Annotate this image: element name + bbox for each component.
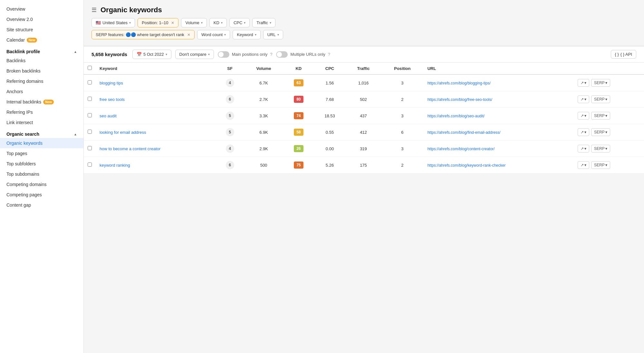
sidebar-section-backlink-profile[interactable]: Backlink profile▲ (0, 45, 83, 55)
trend-button[interactable]: ↗ ▾ (578, 95, 589, 103)
select-all-checkbox[interactable] (88, 66, 92, 70)
chevron-down-icon: ▾ (221, 21, 223, 25)
sf-badge: 5 (226, 128, 234, 136)
sidebar-item-top-subdomains[interactable]: Top subdomains (0, 169, 83, 179)
sidebar-item-broken-backlinks[interactable]: Broken backlinks (0, 66, 83, 76)
url-link[interactable]: https://ahrefs.com/blog/blogging-tips/ (428, 81, 491, 85)
api-button[interactable]: { } { } API (611, 50, 636, 59)
filter-label: SERP features: 🔵🔵 where target doesn't r… (96, 32, 184, 37)
sidebar-item-label: Link intersect (6, 120, 33, 125)
trend-button[interactable]: ↗ ▾ (578, 128, 589, 136)
filter-btn-1[interactable]: Word count▾ (197, 30, 230, 39)
sidebar-item-content-gap[interactable]: Content gap (0, 200, 83, 210)
main-positions-help-icon[interactable]: ? (270, 52, 272, 57)
trend-button[interactable]: ↗ ▾ (578, 112, 589, 120)
sidebar-item-overview[interactable]: Overview (0, 4, 83, 14)
sidebar-item-anchors[interactable]: Anchors (0, 86, 83, 97)
filter-btn-3[interactable]: KD▾ (209, 18, 227, 27)
sidebar-section-title: Backlink profile (6, 49, 40, 54)
date-picker-button[interactable]: 📅 5 Oct 2022 ▾ (132, 50, 171, 59)
filter-btn-0[interactable]: 🇺🇸United States▾ (91, 18, 135, 27)
col-position: Position (381, 63, 424, 74)
traffic-cell: 502 (346, 91, 381, 108)
chevron-down-icon: ▾ (277, 33, 279, 36)
row-actions: ↗ ▾SERP ▾ (578, 112, 640, 120)
close-icon[interactable]: ✕ (187, 33, 190, 37)
traffic-cell: 437 (346, 108, 381, 124)
filter-btn-0[interactable]: SERP features: 🔵🔵 where target doesn't r… (91, 30, 195, 39)
serp-button[interactable]: SERP ▾ (591, 145, 610, 152)
traffic-cell: 319 (346, 141, 381, 157)
keyword-link[interactable]: blogging tips (100, 81, 123, 85)
filter-btn-5[interactable]: Traffic▾ (252, 18, 275, 27)
sidebar-item-organic-keywords[interactable]: Organic keywords (0, 138, 83, 148)
serp-button[interactable]: SERP ▾ (591, 128, 610, 136)
volume-cell: 2.7K (244, 91, 283, 108)
keyword-link[interactable]: seo audit (100, 113, 117, 118)
table-row: keyword ranking6500755.261752https://ahr… (84, 157, 644, 173)
serp-button[interactable]: SERP ▾ (591, 112, 610, 120)
row-checkbox[interactable] (88, 146, 92, 150)
serp-button[interactable]: SERP ▾ (591, 161, 610, 169)
row-actions: ↗ ▾SERP ▾ (578, 79, 640, 87)
col-volume: Volume (244, 63, 283, 74)
url-link[interactable]: https://ahrefs.com/blog/find-email-addre… (428, 130, 501, 135)
filter-btn-4[interactable]: CPC▾ (229, 18, 250, 27)
filter-btn-2[interactable]: Volume▾ (181, 18, 207, 27)
sidebar-item-competing-pages[interactable]: Competing pages (0, 190, 83, 200)
filter-label: Volume (185, 20, 199, 25)
keyword-link[interactable]: keyword ranking (100, 163, 130, 168)
filter-btn-1[interactable]: Position: 1–10 ✕ (138, 18, 178, 27)
keyword-link[interactable]: free seo tools (100, 97, 125, 102)
kd-badge: 74 (294, 112, 303, 119)
hamburger-icon[interactable]: ☰ (91, 6, 97, 14)
sidebar-item-backlinks[interactable]: Backlinks (0, 55, 83, 66)
sidebar-section-organic-search[interactable]: Organic search▲ (0, 128, 83, 138)
multiple-urls-help-icon[interactable]: ? (328, 52, 330, 57)
sidebar-item-referring-domains[interactable]: Referring domains (0, 76, 83, 86)
sidebar-item-site-structure[interactable]: Site structure (0, 25, 83, 35)
sidebar-item-top-subfolders[interactable]: Top subfolders (0, 159, 83, 169)
kd-badge: 58 (294, 129, 303, 136)
filter-label: United States (102, 20, 128, 25)
close-icon[interactable]: ✕ (171, 21, 174, 25)
sidebar-item-calendar[interactable]: CalendarNew (0, 35, 83, 45)
sidebar-item-internal-backlinks[interactable]: Internal backlinksNew (0, 97, 83, 107)
serp-button[interactable]: SERP ▾ (591, 95, 610, 103)
trend-button[interactable]: ↗ ▾ (578, 145, 589, 152)
sidebar-item-competing-domains[interactable]: Competing domains (0, 179, 83, 190)
trend-button[interactable]: ↗ ▾ (578, 79, 589, 87)
cpc-cell: 7.68 (314, 91, 346, 108)
keyword-link[interactable]: how to become a content creator (100, 146, 160, 151)
main-positions-toggle-group: Main positions only ? (218, 51, 273, 58)
chevron-down-icon: ▾ (584, 97, 586, 102)
filter-btn-3[interactable]: URL▾ (263, 30, 283, 39)
url-link[interactable]: https://ahrefs.com/blog/seo-audit/ (428, 114, 485, 118)
traffic-cell: 412 (346, 124, 381, 141)
sidebar-item-overview-2.0[interactable]: Overview 2.0 (0, 14, 83, 25)
chevron-down-icon: ▾ (605, 81, 607, 85)
sf-badge: 4 (226, 79, 234, 87)
row-checkbox[interactable] (88, 113, 92, 117)
keywords-table-container: Keyword SF Volume KD CPC Traffic Positio… (84, 63, 644, 173)
url-link[interactable]: https://ahrefs.com/blog/free-seo-tools/ (428, 97, 492, 102)
sidebar-item-top-pages[interactable]: Top pages (0, 148, 83, 159)
row-checkbox[interactable] (88, 97, 92, 101)
serp-button[interactable]: SERP ▾ (591, 79, 610, 87)
multiple-urls-toggle[interactable] (276, 51, 288, 58)
url-link[interactable]: https://ahrefs.com/blog/keyword-rank-che… (428, 163, 506, 168)
sidebar-item-link-intersect[interactable]: Link intersect (0, 117, 83, 128)
filter-btn-2[interactable]: Keyword▾ (233, 30, 261, 39)
url-link[interactable]: https://ahrefs.com/blog/content-creator/ (428, 147, 495, 151)
trend-button[interactable]: ↗ ▾ (578, 161, 589, 169)
sidebar-item-label: Internal backlinks (6, 99, 41, 104)
row-checkbox[interactable] (88, 162, 92, 167)
sidebar-item-referring-ips[interactable]: Referring IPs (0, 107, 83, 117)
keyword-link[interactable]: looking for email address (100, 130, 146, 135)
row-checkbox[interactable] (88, 130, 92, 134)
filter-label: Position: 1–10 (142, 20, 168, 25)
main-positions-toggle[interactable] (218, 51, 229, 58)
compare-button[interactable]: Don't compare ▾ (175, 50, 214, 59)
chevron-down-icon: ▾ (244, 21, 245, 25)
row-checkbox[interactable] (88, 80, 92, 84)
